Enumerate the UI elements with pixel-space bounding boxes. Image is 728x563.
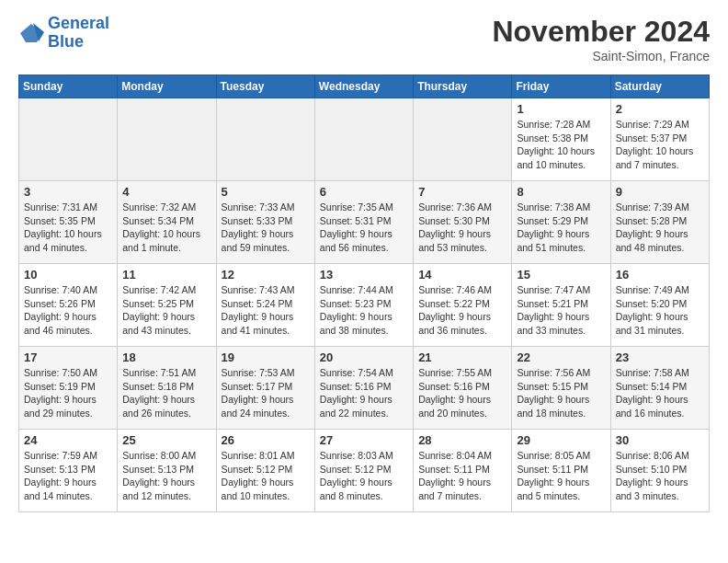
logo-line1: General [48,14,109,32]
logo-line2: Blue [48,32,84,51]
day-number: 3 [24,185,112,199]
day-info: Sunrise: 7:35 AM Sunset: 5:31 PM Dayligh… [320,201,408,255]
page-container: General Blue November 2024 Saint-Simon, … [0,0,728,527]
day-number: 17 [24,350,112,364]
day-number: 21 [418,350,506,364]
day-info: Sunrise: 8:05 AM Sunset: 5:11 PM Dayligh… [517,449,605,503]
day-info: Sunrise: 7:29 AM Sunset: 5:37 PM Dayligh… [616,118,704,172]
day-number: 16 [616,268,704,282]
calendar-cell: 4Sunrise: 7:32 AM Sunset: 5:34 PM Daylig… [118,181,216,264]
day-info: Sunrise: 7:42 AM Sunset: 5:25 PM Dayligh… [122,283,210,338]
calendar-cell: 30Sunrise: 8:06 AM Sunset: 5:10 PM Dayli… [610,430,709,512]
day-info: Sunrise: 7:44 AM Sunset: 5:23 PM Dayligh… [320,283,408,338]
calendar-cell: 15Sunrise: 7:47 AM Sunset: 5:21 PM Dayli… [512,264,610,347]
day-number: 1 [517,102,605,116]
day-info: Sunrise: 7:33 AM Sunset: 5:33 PM Dayligh… [222,201,310,255]
day-info: Sunrise: 7:54 AM Sunset: 5:16 PM Dayligh… [320,366,408,420]
calendar-week: 24Sunrise: 7:59 AM Sunset: 5:13 PM Dayli… [19,430,710,512]
day-number: 15 [517,268,605,282]
calendar-cell: 17Sunrise: 7:50 AM Sunset: 5:19 PM Dayli… [19,347,118,430]
calendar-cell: 29Sunrise: 8:05 AM Sunset: 5:11 PM Dayli… [512,430,610,512]
day-info: Sunrise: 7:43 AM Sunset: 5:24 PM Dayligh… [222,283,310,338]
calendar-cell: 12Sunrise: 7:43 AM Sunset: 5:24 PM Dayli… [216,264,314,347]
day-info: Sunrise: 7:58 AM Sunset: 5:14 PM Dayligh… [616,366,704,420]
calendar-cell: 27Sunrise: 8:03 AM Sunset: 5:12 PM Dayli… [314,430,413,512]
calendar-cell: 10Sunrise: 7:40 AM Sunset: 5:26 PM Dayli… [19,264,118,347]
calendar-cell: 14Sunrise: 7:46 AM Sunset: 5:22 PM Dayli… [414,264,512,347]
day-info: Sunrise: 7:59 AM Sunset: 5:13 PM Dayligh… [24,449,112,503]
day-number: 28 [418,433,506,447]
calendar-cell: 8Sunrise: 7:38 AM Sunset: 5:29 PM Daylig… [512,181,610,264]
day-info: Sunrise: 7:36 AM Sunset: 5:30 PM Dayligh… [418,201,506,255]
logo: General Blue [18,15,109,52]
day-info: Sunrise: 7:28 AM Sunset: 5:38 PM Dayligh… [517,118,605,172]
day-number: 12 [222,268,310,282]
day-info: Sunrise: 8:00 AM Sunset: 5:13 PM Dayligh… [122,449,210,503]
day-number: 25 [122,433,210,447]
weekday-header: Wednesday [314,75,413,98]
calendar-cell [314,98,413,181]
calendar-cell [118,98,216,181]
calendar-cell: 5Sunrise: 7:33 AM Sunset: 5:33 PM Daylig… [216,181,314,264]
logo-text: General Blue [48,15,109,52]
day-number: 27 [320,433,408,447]
calendar-cell: 20Sunrise: 7:54 AM Sunset: 5:16 PM Dayli… [314,347,413,430]
calendar-table: SundayMondayTuesdayWednesdayThursdayFrid… [18,75,710,512]
calendar-cell: 1Sunrise: 7:28 AM Sunset: 5:38 PM Daylig… [512,98,610,181]
calendar-cell: 9Sunrise: 7:39 AM Sunset: 5:28 PM Daylig… [610,181,709,264]
calendar-cell: 28Sunrise: 8:04 AM Sunset: 5:11 PM Dayli… [414,430,512,512]
day-info: Sunrise: 7:56 AM Sunset: 5:15 PM Dayligh… [517,366,605,420]
day-number: 22 [517,350,605,364]
calendar-cell: 23Sunrise: 7:58 AM Sunset: 5:14 PM Dayli… [610,347,709,430]
day-number: 29 [517,433,605,447]
calendar-cell: 7Sunrise: 7:36 AM Sunset: 5:30 PM Daylig… [414,181,512,264]
calendar-week: 1Sunrise: 7:28 AM Sunset: 5:38 PM Daylig… [19,98,710,181]
calendar-cell: 25Sunrise: 8:00 AM Sunset: 5:13 PM Dayli… [118,430,216,512]
location: Saint-Simon, France [492,49,710,63]
day-info: Sunrise: 7:31 AM Sunset: 5:35 PM Dayligh… [24,201,112,255]
day-info: Sunrise: 8:04 AM Sunset: 5:11 PM Dayligh… [418,449,506,503]
calendar-cell: 21Sunrise: 7:55 AM Sunset: 5:16 PM Dayli… [414,347,512,430]
day-info: Sunrise: 7:46 AM Sunset: 5:22 PM Dayligh… [418,283,506,338]
day-number: 26 [222,433,310,447]
day-number: 2 [616,102,704,116]
day-number: 8 [517,185,605,199]
day-number: 19 [222,350,310,364]
day-info: Sunrise: 8:01 AM Sunset: 5:12 PM Dayligh… [222,449,310,503]
calendar-cell [19,98,118,181]
calendar-cell [414,98,512,181]
day-number: 20 [320,350,408,364]
weekday-header: Friday [512,75,610,98]
page-header: General Blue November 2024 Saint-Simon, … [18,15,710,63]
day-info: Sunrise: 7:47 AM Sunset: 5:21 PM Dayligh… [517,283,605,338]
calendar-cell: 2Sunrise: 7:29 AM Sunset: 5:37 PM Daylig… [610,98,709,181]
day-number: 30 [616,433,704,447]
weekday-header: Thursday [414,75,512,98]
day-number: 13 [320,268,408,282]
calendar-cell [216,98,314,181]
day-info: Sunrise: 7:39 AM Sunset: 5:28 PM Dayligh… [616,201,704,255]
day-info: Sunrise: 7:51 AM Sunset: 5:18 PM Dayligh… [122,366,210,420]
day-info: Sunrise: 7:38 AM Sunset: 5:29 PM Dayligh… [517,201,605,255]
weekday-header: Saturday [610,75,709,98]
day-number: 6 [320,185,408,199]
day-number: 11 [122,268,210,282]
day-number: 14 [418,268,506,282]
day-info: Sunrise: 7:55 AM Sunset: 5:16 PM Dayligh… [418,366,506,420]
calendar-cell: 19Sunrise: 7:53 AM Sunset: 5:17 PM Dayli… [216,347,314,430]
calendar-cell: 22Sunrise: 7:56 AM Sunset: 5:15 PM Dayli… [512,347,610,430]
day-number: 18 [122,350,210,364]
calendar-cell: 3Sunrise: 7:31 AM Sunset: 5:35 PM Daylig… [19,181,118,264]
day-info: Sunrise: 7:49 AM Sunset: 5:20 PM Dayligh… [616,283,704,338]
day-number: 4 [122,185,210,199]
day-number: 5 [222,185,310,199]
day-number: 23 [616,350,704,364]
weekday-header: Monday [118,75,216,98]
day-number: 24 [24,433,112,447]
logo-icon [18,22,44,44]
calendar-cell: 11Sunrise: 7:42 AM Sunset: 5:25 PM Dayli… [118,264,216,347]
calendar-body: 1Sunrise: 7:28 AM Sunset: 5:38 PM Daylig… [19,98,710,512]
calendar-cell: 16Sunrise: 7:49 AM Sunset: 5:20 PM Dayli… [610,264,709,347]
calendar-header: SundayMondayTuesdayWednesdayThursdayFrid… [19,75,710,98]
day-info: Sunrise: 8:03 AM Sunset: 5:12 PM Dayligh… [320,449,408,503]
